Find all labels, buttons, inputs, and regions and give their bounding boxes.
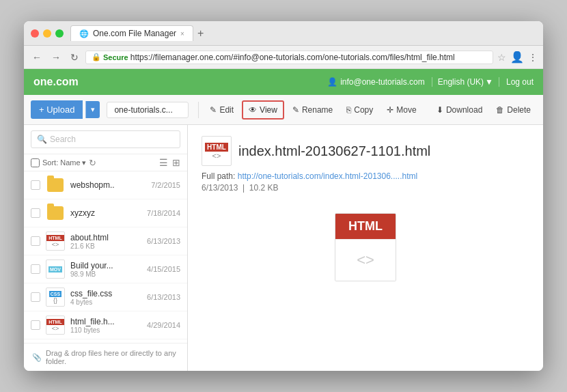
detail-path: Full path: http://one-tutorials.com/inde… xyxy=(202,171,529,181)
header-language[interactable]: English (UK) ▼ xyxy=(432,77,499,87)
html-badge: HTML xyxy=(46,319,64,325)
list-item[interactable]: HTML <> html_file.h... 110 bytes 4/29/20… xyxy=(24,311,187,339)
detail-panel: HTML <> index.html-20130627-1101.html Fu… xyxy=(188,125,543,371)
delete-button[interactable]: 🗑 Delete xyxy=(490,102,536,118)
list-item[interactable]: CSS {} css_file.css 4 bytes 6/13/2013 xyxy=(24,283,187,311)
file-date: 6/13/2013 xyxy=(147,237,180,245)
drag-drop-text: Drag & drop files here or directly to an… xyxy=(46,349,179,365)
file-info: about.html 21.6 KB xyxy=(70,233,141,250)
copy-button[interactable]: ⎘ Copy xyxy=(341,102,378,118)
list-view-button[interactable]: ☰ xyxy=(159,157,168,168)
file-name: xyzxyz xyxy=(70,208,141,218)
forward-button[interactable]: → xyxy=(49,51,64,64)
move-button[interactable]: ✛ Move xyxy=(381,102,421,118)
logout-button[interactable]: Log out xyxy=(506,77,534,87)
toolbar: + Upload ▾ one-tutorials.c... ✎ Edit 👁 V… xyxy=(24,95,543,125)
browser-window: 🌐 One.com File Manager × + ← → ↻ 🔒 Secur… xyxy=(24,21,543,371)
close-window-button[interactable] xyxy=(31,29,39,38)
file-name: html_file.h... xyxy=(70,317,141,326)
search-bar: 🔍 Search xyxy=(24,125,187,154)
file-checkbox[interactable] xyxy=(31,236,40,246)
select-all-checkbox[interactable] xyxy=(31,158,40,167)
user-button[interactable]: 👤 xyxy=(510,51,524,64)
code-badge: <> xyxy=(52,325,59,332)
detail-size: 10.2 KB xyxy=(249,183,279,193)
new-tab-button[interactable]: + xyxy=(193,27,208,40)
search-input[interactable]: 🔍 Search xyxy=(31,130,180,148)
move-icon: ✛ xyxy=(387,105,393,115)
edit-button[interactable]: ✎ Edit xyxy=(204,102,239,118)
detail-file-icon: HTML <> xyxy=(202,136,232,166)
download-icon: ⬇ xyxy=(437,105,443,115)
file-name: css_file.css xyxy=(70,289,141,298)
download-button[interactable]: ⬇ Download xyxy=(431,102,488,118)
file-name: about.html xyxy=(70,233,141,242)
tab-close-button[interactable]: × xyxy=(180,30,184,38)
file-checkbox[interactable] xyxy=(31,292,40,302)
app-logo: one.com xyxy=(33,76,79,88)
folder-icon-img xyxy=(47,206,64,220)
url-text: https://filemanager.one.com/#info@one-tu… xyxy=(130,53,455,62)
list-item[interactable]: HTML <> about.html 21.6 KB 6/13/2013 xyxy=(24,227,187,255)
refresh-list-button[interactable]: ↻ xyxy=(89,158,96,168)
secure-label: Secure xyxy=(103,53,128,61)
view-button[interactable]: 👁 View xyxy=(242,100,284,120)
file-name: Build your... xyxy=(70,261,141,270)
tab-favicon: 🌐 xyxy=(79,29,89,38)
upload-dropdown-button[interactable]: ▾ xyxy=(85,101,100,118)
mov-badge: MOV xyxy=(49,266,62,272)
file-name: webshopm.. xyxy=(70,180,146,190)
big-html-label: HTML xyxy=(335,214,396,239)
file-date: 7/2/2015 xyxy=(151,181,180,189)
file-info: xyzxyz xyxy=(70,208,141,218)
tab-title: One.com File Manager xyxy=(93,29,176,38)
file-size: 4 bytes xyxy=(70,298,141,306)
html-badge: HTML xyxy=(46,235,64,241)
paperclip-icon: 📎 xyxy=(32,353,42,362)
rename-icon: ✎ xyxy=(292,105,299,115)
full-path-link[interactable]: http://one-tutorials.com/index.html-2013… xyxy=(238,171,417,181)
back-button[interactable]: ← xyxy=(29,51,44,64)
bookmark-button[interactable]: ☆ xyxy=(497,52,506,63)
address-input[interactable]: 🔒 Secure https://filemanager.one.com/#in… xyxy=(85,51,493,64)
file-checkbox[interactable] xyxy=(31,264,40,274)
file-info: css_file.css 4 bytes xyxy=(70,289,141,306)
list-item[interactable]: webshopm.. 7/2/2015 xyxy=(24,171,187,199)
title-bar: 🌐 One.com File Manager × + xyxy=(24,21,543,46)
file-size: 110 bytes xyxy=(70,326,141,334)
css-file-icon: CSS {} xyxy=(46,288,65,307)
file-date: 4/29/2014 xyxy=(147,321,180,329)
list-item[interactable]: MOV Build your... 98.9 MB 4/15/2015 xyxy=(24,255,187,283)
upload-button[interactable]: + Upload xyxy=(31,100,83,119)
minimize-window-button[interactable] xyxy=(43,29,51,38)
toolbar-separator xyxy=(198,102,199,118)
folder-icon xyxy=(46,176,65,195)
file-date: 6/13/2013 xyxy=(147,293,180,301)
drag-drop-area: 📎 Drag & drop files here or directly to … xyxy=(24,343,187,371)
view-toggle: ☰ ⊞ xyxy=(159,157,180,168)
list-item[interactable]: xyzxyz 7/18/2014 xyxy=(24,199,187,227)
rename-button[interactable]: ✎ Rename xyxy=(287,102,338,118)
big-code-label: <> xyxy=(335,239,396,281)
delete-icon: 🗑 xyxy=(496,105,504,115)
file-preview: HTML <> xyxy=(202,213,529,281)
grid-view-button[interactable]: ⊞ xyxy=(172,157,180,168)
file-size: 21.6 KB xyxy=(70,242,141,250)
file-date: 4/15/2015 xyxy=(147,265,180,273)
code-badge: {} xyxy=(53,297,57,304)
active-tab[interactable]: 🌐 One.com File Manager × xyxy=(70,25,193,41)
file-checkbox[interactable] xyxy=(31,180,40,190)
header-user-email: 👤 info@one-tutorials.com xyxy=(327,77,425,87)
refresh-button[interactable]: ↻ xyxy=(68,51,81,64)
file-info: html_file.h... 110 bytes xyxy=(70,317,141,334)
file-checkbox[interactable] xyxy=(31,320,40,330)
main-content: 🔍 Search Sort: Name ▾ ↻ ☰ ⊞ xyxy=(24,125,543,371)
browser-menu-button[interactable]: ⋮ xyxy=(528,52,538,63)
code-badge: <> xyxy=(52,241,59,248)
header-right: 👤 info@one-tutorials.com English (UK) ▼ … xyxy=(327,77,534,87)
sort-button[interactable]: Sort: Name ▾ xyxy=(42,158,86,167)
file-checkbox[interactable] xyxy=(31,208,40,218)
big-file-icon: HTML <> xyxy=(335,213,396,281)
maximize-window-button[interactable] xyxy=(55,29,64,38)
detail-filename: index.html-20130627-1101.html xyxy=(238,143,430,159)
